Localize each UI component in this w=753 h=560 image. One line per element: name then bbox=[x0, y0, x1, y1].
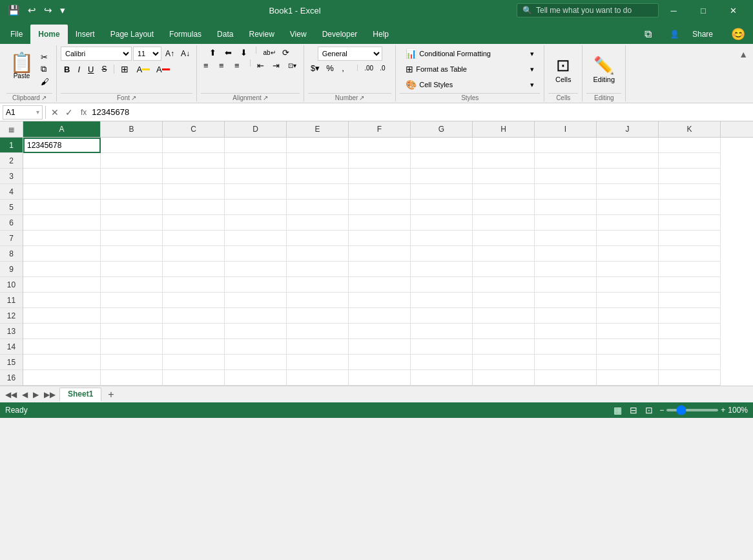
cell-B16[interactable] bbox=[101, 370, 163, 386]
cell-E11[interactable] bbox=[287, 293, 349, 308]
cell-F9[interactable] bbox=[349, 262, 411, 277]
cell-H4[interactable] bbox=[473, 184, 535, 200]
sheet-nav-last[interactable]: ▶▶ bbox=[41, 390, 58, 399]
col-header-J[interactable]: J bbox=[597, 121, 659, 137]
cell-E6[interactable] bbox=[287, 215, 349, 231]
col-header-D[interactable]: D bbox=[225, 121, 287, 137]
cell-F7[interactable] bbox=[349, 231, 411, 246]
formula-confirm-btn[interactable]: ✓ bbox=[63, 107, 76, 118]
underline-btn[interactable]: U bbox=[85, 62, 97, 76]
cell-H3[interactable] bbox=[473, 169, 535, 184]
fill-color-btn[interactable]: A bbox=[134, 63, 152, 75]
bold-btn[interactable]: B bbox=[61, 62, 73, 76]
cell-D7[interactable] bbox=[225, 231, 287, 246]
search-box[interactable]: 🔍 bbox=[517, 3, 659, 17]
cell-J1[interactable] bbox=[597, 138, 659, 153]
percent-btn[interactable]: % bbox=[324, 62, 338, 74]
cell-G8[interactable] bbox=[411, 246, 473, 262]
cell-E9[interactable] bbox=[287, 262, 349, 277]
restore-down-btn[interactable]: ⧉ bbox=[639, 26, 657, 43]
save-quick-btn[interactable]: 💾 bbox=[5, 3, 23, 17]
cell-J11[interactable] bbox=[597, 293, 659, 308]
cell-D1[interactable] bbox=[225, 138, 287, 153]
number-format-select[interactable]: General Number Currency Accounting Short… bbox=[318, 47, 382, 61]
user-emoji[interactable]: 😊 bbox=[726, 25, 750, 44]
col-header-C[interactable]: C bbox=[163, 121, 225, 137]
merge-btn[interactable]: ⊡▾ bbox=[285, 59, 300, 71]
cell-I15[interactable] bbox=[535, 355, 597, 370]
conditional-formatting-btn[interactable]: 📊 Conditional Formatting ▾ bbox=[400, 47, 540, 61]
decrease-decimal-btn[interactable]: .0 bbox=[377, 62, 391, 74]
cell-A13[interactable] bbox=[23, 324, 101, 339]
cell-D10[interactable] bbox=[225, 277, 287, 293]
cell-F16[interactable] bbox=[349, 370, 411, 386]
cell-C4[interactable] bbox=[163, 184, 225, 200]
cell-K1[interactable] bbox=[659, 138, 721, 153]
cell-B2[interactable] bbox=[101, 153, 163, 169]
tab-review[interactable]: Review bbox=[241, 25, 282, 44]
cell-F4[interactable] bbox=[349, 184, 411, 200]
cell-D16[interactable] bbox=[225, 370, 287, 386]
cell-B10[interactable] bbox=[101, 277, 163, 293]
cell-K12[interactable] bbox=[659, 308, 721, 324]
col-header-E[interactable]: E bbox=[287, 121, 349, 137]
cell-E15[interactable] bbox=[287, 355, 349, 370]
format-painter-btn[interactable]: 🖌 bbox=[38, 76, 52, 87]
cell-C16[interactable] bbox=[163, 370, 225, 386]
cell-H5[interactable] bbox=[473, 200, 535, 215]
cell-E13[interactable] bbox=[287, 324, 349, 339]
tab-view[interactable]: View bbox=[282, 25, 315, 44]
cell-E12[interactable] bbox=[287, 308, 349, 324]
cell-I13[interactable] bbox=[535, 324, 597, 339]
italic-btn[interactable]: I bbox=[74, 62, 83, 76]
row-number-11[interactable]: 11 bbox=[0, 293, 23, 308]
cell-H12[interactable] bbox=[473, 308, 535, 324]
editing-btn[interactable]: ✏️ Editing bbox=[586, 50, 621, 88]
cell-J14[interactable] bbox=[597, 339, 659, 355]
cell-B1[interactable] bbox=[101, 138, 163, 153]
cell-I5[interactable] bbox=[535, 200, 597, 215]
row-number-12[interactable]: 12 bbox=[0, 308, 23, 324]
cell-H15[interactable] bbox=[473, 355, 535, 370]
cell-C14[interactable] bbox=[163, 339, 225, 355]
outdent-btn[interactable]: ⇥ bbox=[270, 59, 284, 71]
borders-btn[interactable]: ⊞ bbox=[118, 63, 132, 75]
cell-E5[interactable] bbox=[287, 200, 349, 215]
zoom-slider[interactable] bbox=[666, 409, 718, 411]
cell-C2[interactable] bbox=[163, 153, 225, 169]
cell-A16[interactable] bbox=[23, 370, 101, 386]
cell-B6[interactable] bbox=[101, 215, 163, 231]
cell-E8[interactable] bbox=[287, 246, 349, 262]
cell-A9[interactable] bbox=[23, 262, 101, 277]
cell-J2[interactable] bbox=[597, 153, 659, 169]
tab-developer[interactable]: Developer bbox=[315, 25, 366, 44]
cell-G13[interactable] bbox=[411, 324, 473, 339]
cell-C15[interactable] bbox=[163, 355, 225, 370]
row-number-1[interactable]: 1 bbox=[0, 138, 23, 153]
col-header-G[interactable]: G bbox=[411, 121, 473, 137]
wrap-text-btn[interactable]: ab↵ bbox=[260, 47, 278, 58]
cell-E16[interactable] bbox=[287, 370, 349, 386]
row-number-6[interactable]: 6 bbox=[0, 215, 23, 231]
cell-A8[interactable] bbox=[23, 246, 101, 262]
cell-H2[interactable] bbox=[473, 153, 535, 169]
cell-H14[interactable] bbox=[473, 339, 535, 355]
cell-ref-dropdown[interactable]: ▾ bbox=[36, 109, 39, 116]
col-header-H[interactable]: H bbox=[473, 121, 535, 137]
cell-H6[interactable] bbox=[473, 215, 535, 231]
cell-K11[interactable] bbox=[659, 293, 721, 308]
cell-I8[interactable] bbox=[535, 246, 597, 262]
cell-A15[interactable] bbox=[23, 355, 101, 370]
zoom-out-btn[interactable]: − bbox=[659, 406, 664, 415]
cell-A6[interactable] bbox=[23, 215, 101, 231]
cell-G14[interactable] bbox=[411, 339, 473, 355]
cell-I7[interactable] bbox=[535, 231, 597, 246]
alignment-expand-btn[interactable]: ↗ bbox=[263, 94, 268, 101]
cell-A1[interactable]: 12345678 bbox=[23, 138, 101, 153]
cell-J4[interactable] bbox=[597, 184, 659, 200]
cell-G10[interactable] bbox=[411, 277, 473, 293]
col-header-B[interactable]: B bbox=[101, 121, 163, 137]
cell-B7[interactable] bbox=[101, 231, 163, 246]
cell-G7[interactable] bbox=[411, 231, 473, 246]
cell-E10[interactable] bbox=[287, 277, 349, 293]
